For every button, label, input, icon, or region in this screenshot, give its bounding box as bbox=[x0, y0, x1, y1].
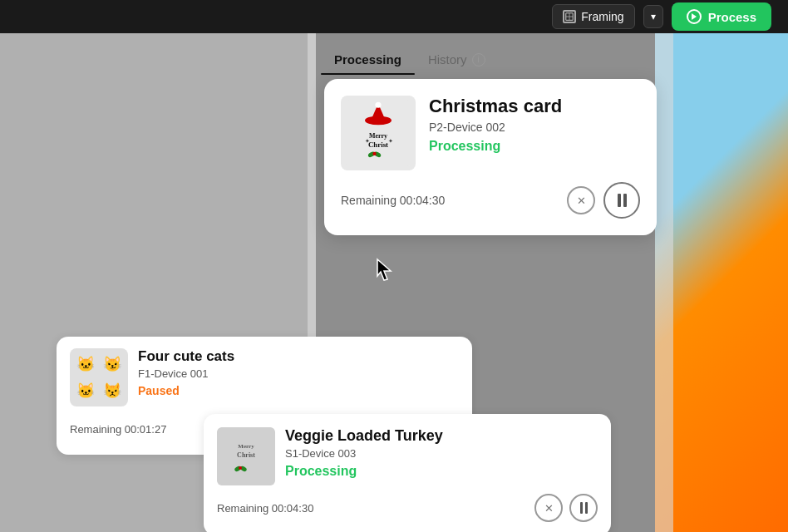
svg-text:Merry: Merry bbox=[238, 443, 254, 450]
framing-label: Framing bbox=[581, 10, 623, 23]
processing-panel: Processing History i Merr bbox=[308, 33, 673, 532]
christmas-card: Merry Christ ✦ ✦ Christmas card P2-Devic… bbox=[316, 79, 665, 235]
close-icon: ✕ bbox=[577, 195, 586, 207]
christmas-card-info: Christmas card P2-Device 002 Processing bbox=[429, 96, 640, 154]
svg-text:Christ: Christ bbox=[368, 140, 388, 149]
processing-tab-label: Processing bbox=[334, 52, 401, 66]
tabs-container: Processing History i bbox=[308, 33, 673, 75]
christmas-card-remaining: Remaining 00:04:30 bbox=[341, 194, 445, 207]
svg-point-13 bbox=[372, 152, 376, 155]
christmas-card-thumbnail: Merry Christ ✦ ✦ bbox=[341, 96, 416, 170]
chevron-down-icon: ▾ bbox=[651, 11, 656, 22]
card-inner: Merry Christ ✦ ✦ Christmas card P2-Devic… bbox=[341, 96, 640, 170]
svg-text:Merry: Merry bbox=[369, 132, 387, 140]
toolbar: Framing ▾ Process bbox=[0, 0, 788, 33]
cats-grid: 🐱 😼 🐱 😾 bbox=[70, 348, 128, 406]
veggie-turkey-remaining: Remaining 00:04:30 bbox=[217, 502, 313, 515]
svg-text:✦: ✦ bbox=[365, 138, 370, 145]
tab-processing[interactable]: Processing bbox=[321, 44, 415, 75]
christmas-card-status: Processing bbox=[429, 139, 640, 154]
christmas-card-remaining-row: Remaining 00:04:30 ✕ bbox=[341, 182, 640, 219]
process-label: Process bbox=[708, 10, 756, 24]
christmas-card-device: P2-Device 002 bbox=[429, 121, 640, 134]
chevron-button[interactable]: ▾ bbox=[643, 5, 663, 28]
veggie-turkey-thumbnail: Merry Christ bbox=[217, 427, 275, 485]
framing-button[interactable]: Framing bbox=[552, 4, 634, 29]
christmas-card-container: Merry Christ ✦ ✦ Christmas card P2-Devic… bbox=[324, 79, 657, 235]
christmas-card-actions: ✕ bbox=[567, 182, 640, 219]
tab-history[interactable]: History i bbox=[415, 44, 499, 75]
christmas-card-title: Christmas card bbox=[429, 96, 640, 117]
cat-4: 😾 bbox=[100, 378, 125, 403]
pause-icon bbox=[618, 194, 627, 207]
svg-point-19 bbox=[239, 466, 242, 470]
cat-2: 😼 bbox=[100, 352, 125, 377]
christmas-card-cancel-button[interactable]: ✕ bbox=[567, 186, 595, 214]
framing-icon bbox=[563, 10, 576, 23]
svg-text:Christ: Christ bbox=[237, 451, 255, 459]
cat-1: 🐱 bbox=[73, 352, 98, 377]
cat-3: 🐱 bbox=[73, 378, 98, 403]
four-cats-remaining: Remaining 00:01:27 bbox=[70, 423, 166, 436]
four-cats-thumbnail: 🐱 😼 🐱 😾 bbox=[70, 348, 128, 406]
christmas-card-pause-button[interactable] bbox=[603, 182, 640, 219]
play-triangle bbox=[692, 13, 697, 20]
svg-text:✦: ✦ bbox=[388, 138, 393, 145]
info-icon: i bbox=[472, 53, 485, 66]
preview-bg bbox=[655, 33, 788, 532]
history-tab-label: History bbox=[428, 52, 467, 66]
process-button[interactable]: Process bbox=[672, 2, 771, 31]
svg-point-6 bbox=[375, 102, 381, 108]
play-icon bbox=[687, 9, 702, 24]
